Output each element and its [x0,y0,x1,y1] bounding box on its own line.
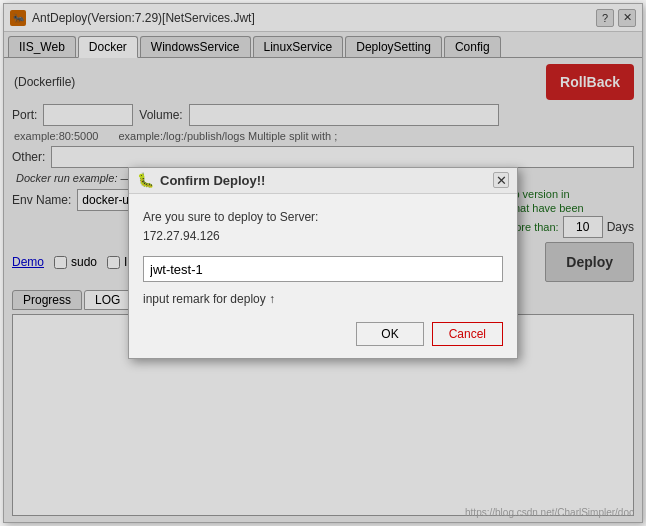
dialog-message-line2: 172.27.94.126 [143,227,503,246]
dialog-close-button[interactable]: ✕ [493,172,509,188]
dialog-icon: 🐛 [137,172,154,188]
dialog-hint-text: input remark for deploy ↑ [143,292,275,306]
ok-button[interactable]: OK [356,322,423,346]
dialog-overlay: 🐛 Confirm Deploy!! ✕ Are you sure to dep… [4,4,642,522]
dialog-body: Are you sure to deploy to Server: 172.27… [129,194,517,316]
cancel-button[interactable]: Cancel [432,322,503,346]
dialog-title: Confirm Deploy!! [160,173,265,188]
dialog-title-bar: 🐛 Confirm Deploy!! ✕ [129,168,517,194]
confirm-dialog: 🐛 Confirm Deploy!! ✕ Are you sure to dep… [128,167,518,359]
dialog-message: Are you sure to deploy to Server: 172.27… [143,208,503,246]
main-window: 🐜 AntDeploy(Version:7.29)[NetServices.Jw… [3,3,643,523]
remark-input[interactable] [143,256,503,282]
dialog-message-line1: Are you sure to deploy to Server: [143,208,503,227]
dialog-hint: input remark for deploy ↑ [143,292,503,306]
dialog-title-left: 🐛 Confirm Deploy!! [137,172,265,188]
dialog-buttons: OK Cancel [129,316,517,358]
